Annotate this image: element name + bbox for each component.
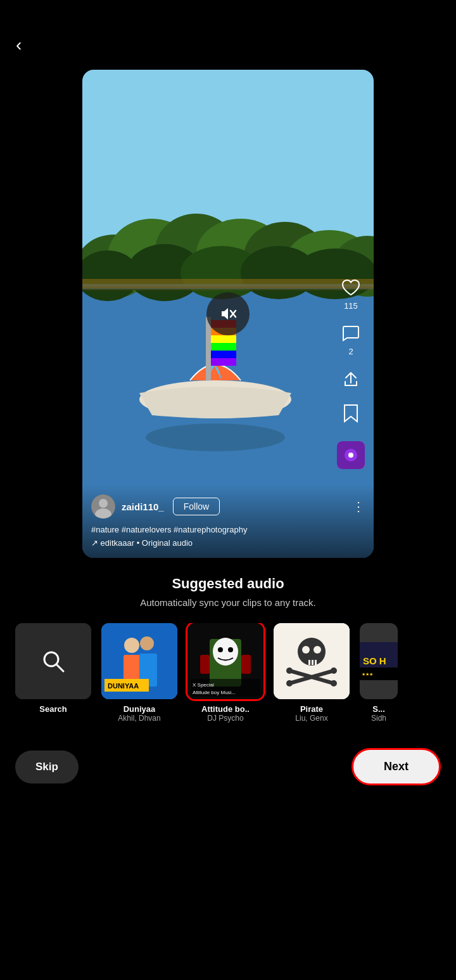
svg-point-33 [99,499,108,508]
search-label: Search [39,704,66,714]
svg-rect-20 [211,335,236,343]
heart-icon[interactable] [339,276,362,299]
share-icon[interactable] [339,368,362,390]
back-button[interactable]: ‹ [16,35,22,55]
svg-point-57 [314,646,321,654]
share-action[interactable] [339,368,362,390]
music-thumbnail [337,441,365,469]
skip-button[interactable]: Skip [15,751,79,783]
svg-point-67 [331,680,337,687]
avatar [91,494,115,519]
user-row: zaidi110_ Follow ⋮ [91,494,365,519]
next-button[interactable]: Next [352,748,441,785]
partial-thumb: SO H ★★★ [360,623,398,699]
action-bar: 115 2 [337,276,365,469]
svg-rect-23 [211,358,236,366]
svg-point-31 [348,453,353,458]
svg-rect-21 [211,343,236,351]
attitude-artist: DJ Psycho [207,714,243,723]
svg-point-66 [286,680,293,687]
svg-point-48 [228,647,233,652]
svg-point-56 [302,646,310,654]
svg-point-39 [140,636,154,650]
tracks-row: Search DUNIYAA Duniyaa Akhil, Dhvan [0,623,456,733]
svg-rect-60 [312,660,314,665]
pirate-name: Pirate [300,704,323,714]
audio-label: ↗ editkaaar • Original audio [91,538,365,548]
suggested-audio-section: Suggested audio Automatically sync your … [0,558,456,608]
audio-text: ↗ editkaaar • Original audio [91,538,193,548]
track-attitude[interactable]: X Special Attitude boy Musi... Attitude … [187,623,263,723]
search-thumb [15,623,91,699]
username: zaidi110_ [122,501,164,512]
track-search[interactable]: Search [15,623,91,723]
comment-action[interactable]: 2 [339,322,362,356]
duniyaa-thumb: DUNIYAA [101,623,177,699]
track-pirate[interactable]: Pirate Liu, Genx [274,623,350,723]
attitude-thumb: X Special Attitude boy Musi... [187,623,263,699]
svg-point-64 [286,667,293,674]
more-options[interactable]: ⋮ [352,499,365,514]
pirate-bg [274,623,350,699]
svg-rect-59 [308,660,310,665]
svg-text:DUNIYAA: DUNIYAA [108,682,139,690]
hashtags: #nature #naturelovers #naturephotography [91,525,365,534]
video-overlay: zaidi110_ Follow ⋮ #nature #naturelovers… [82,484,374,558]
svg-text:X Special: X Special [193,682,214,688]
pirate-artist: Liu, Genx [295,714,327,723]
bookmark-icon[interactable] [339,402,362,425]
attitude-name: Attitude bo.. [201,704,250,714]
like-action[interactable]: 115 [339,276,362,311]
svg-rect-49 [200,655,210,674]
video-player: 115 2 [82,70,374,558]
svg-rect-26 [82,287,374,290]
svg-rect-61 [315,660,317,665]
svg-point-65 [331,667,337,674]
search-bg [15,623,91,699]
svg-rect-50 [241,655,251,674]
pirate-thumb [274,623,350,699]
svg-text:★★★: ★★★ [362,672,373,676]
like-count: 115 [344,301,358,311]
track-duniyaa[interactable]: DUNIYAA Duniyaa Akhil, Dhvan [101,623,177,723]
duniyaa-bg: DUNIYAA [101,623,177,699]
follow-button[interactable]: Follow [173,498,220,515]
duniyaa-artist: Akhil, Dhvan [118,714,160,723]
svg-point-47 [218,647,223,652]
attitude-bg: X Special Attitude boy Musi... [187,623,263,699]
comment-count: 2 [348,347,353,356]
track-partial[interactable]: SO H ★★★ S... Sidh [360,623,398,723]
svg-point-24 [146,423,285,451]
svg-text:Attitude boy Musi...: Attitude boy Musi... [193,690,236,695]
comment-icon[interactable] [339,322,362,345]
suggested-title: Suggested audio [15,576,441,592]
bookmark-action[interactable] [339,402,362,425]
partial-name: S... [372,704,385,714]
search-icon [41,648,66,674]
suggested-subtitle: Automatically sync your clips to any tra… [15,597,441,608]
duniyaa-name: Duniyaa [124,704,156,714]
partial-artist: Sidh [371,714,386,723]
svg-point-46 [213,638,238,666]
mute-button[interactable] [206,292,250,335]
svg-text:SO H: SO H [363,655,386,666]
bottom-actions: Skip Next [0,733,456,811]
svg-line-36 [56,664,63,671]
svg-rect-22 [211,351,236,358]
audio-thumb[interactable] [337,441,365,469]
svg-point-38 [124,638,139,653]
